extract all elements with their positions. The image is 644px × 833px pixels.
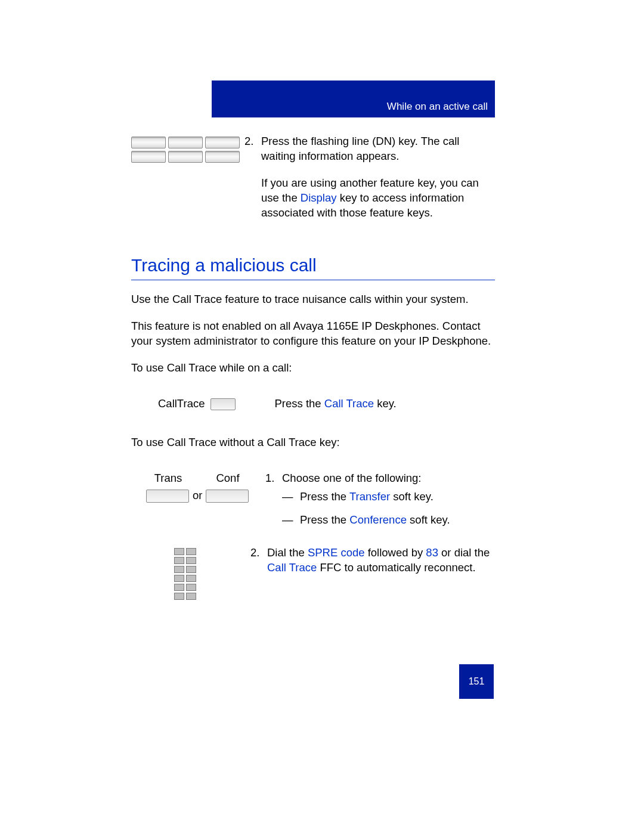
trans-button-icon <box>146 490 189 503</box>
dial-text: Dial the SPRE code followed by 83 or dia… <box>267 546 495 575</box>
body-p2: This feature is not enabled on all Avaya… <box>131 319 495 349</box>
step-text: Press the flashing line (DN) key. The ca… <box>261 134 495 164</box>
page-number-box: 151 <box>459 664 494 699</box>
code-83-link: 83 <box>426 546 438 559</box>
trans-conf-illustration: Trans Conf or <box>131 471 265 513</box>
option-2: — Press the Conference soft key. <box>282 513 495 528</box>
softkey-illustration <box>131 134 244 163</box>
text: followed by <box>365 546 426 559</box>
text: key. <box>374 397 397 410</box>
dial-block: 2. Dial the SPRE code followed by 83 or … <box>131 546 495 600</box>
text: Press the <box>274 397 324 410</box>
display-key-link: Display <box>301 191 337 204</box>
keypad-icon <box>174 548 208 600</box>
step-number: 1. <box>265 471 282 486</box>
or-text: or <box>193 488 202 503</box>
calltrace-row: CallTrace Press the Call Trace key. <box>158 397 495 411</box>
page: While on an active call 2. Pre <box>0 0 644 833</box>
body-p3: To use Call Trace while on a call: <box>131 361 495 376</box>
choose-lead: Choose one of the following: <box>282 471 421 486</box>
text: Press the <box>300 490 349 503</box>
body-p1: Use the Call Trace feature to trace nuis… <box>131 292 495 307</box>
text: Dial the <box>267 546 308 559</box>
content-area: 2. Press the flashing line (DN) key. The… <box>131 134 495 600</box>
text: Press the <box>300 513 349 526</box>
softkey-icon <box>205 137 240 148</box>
text: FFC to automatically reconnect. <box>317 561 475 574</box>
step-number: 2. <box>250 546 267 575</box>
conf-button-icon <box>206 490 249 503</box>
trans-conf-block: Trans Conf or 1. Choose one of the follo… <box>131 471 495 528</box>
running-header-text: While on an active call <box>387 101 488 113</box>
calltrace-link: Call Trace <box>324 397 374 410</box>
softkey-icon <box>131 137 166 148</box>
conference-link: Conference <box>349 513 407 526</box>
text: soft key. <box>390 490 434 503</box>
section-heading: Tracing a malicious call <box>131 253 495 281</box>
softkey-icon <box>168 151 203 163</box>
softkey-icon <box>168 137 203 148</box>
dial-step: 2. Dial the SPRE code followed by 83 or … <box>250 546 495 575</box>
dash: — <box>282 490 300 504</box>
choose-step: 1. Choose one of the following: <box>265 471 495 486</box>
conf-label: Conf <box>206 471 250 486</box>
body-p4: To use Call Trace without a Call Trace k… <box>131 435 495 450</box>
trans-label: Trans <box>146 471 190 486</box>
step-2b: If you are using another feature key, yo… <box>261 176 495 221</box>
step-2a: 2. Press the flashing line (DN) key. The… <box>244 134 495 164</box>
calltrace-instruction: Press the Call Trace key. <box>274 397 396 411</box>
step-number: 2. <box>244 134 261 164</box>
softkey-icon <box>205 151 240 163</box>
calltrace-key-icon <box>210 398 236 410</box>
calltrace-label: CallTrace <box>158 397 205 411</box>
running-header: While on an active call <box>212 80 495 117</box>
text: or dial the <box>438 546 490 559</box>
page-number: 151 <box>469 676 485 687</box>
spre-code-link: SPRE code <box>308 546 365 559</box>
option-1: — Press the Transfer soft key. <box>282 490 495 504</box>
transfer-link: Transfer <box>349 490 390 503</box>
text: soft key. <box>407 513 450 526</box>
dash: — <box>282 513 300 528</box>
step-2a-row: 2. Press the flashing line (DN) key. The… <box>131 134 495 221</box>
softkey-icon <box>131 151 166 163</box>
calltrace-ffc-link: Call Trace <box>267 561 317 574</box>
